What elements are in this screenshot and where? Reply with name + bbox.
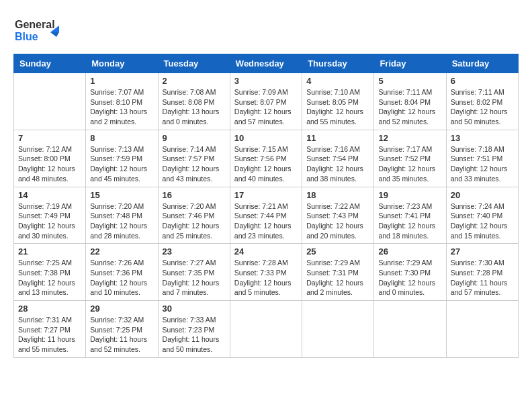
calendar-week-2: 7Sunrise: 7:12 AMSunset: 8:00 PMDaylight… xyxy=(14,130,519,187)
weekday-header-row: SundayMondayTuesdayWednesdayThursdayFrid… xyxy=(14,54,519,73)
calendar-cell: 2Sunrise: 7:08 AMSunset: 8:08 PMDaylight… xyxy=(158,73,230,130)
day-number: 29 xyxy=(90,304,153,314)
day-number: 12 xyxy=(378,133,441,143)
calendar-cell: 26Sunrise: 7:29 AMSunset: 7:30 PMDayligh… xyxy=(374,244,446,301)
weekday-header-wednesday: Wednesday xyxy=(230,54,302,73)
calendar-cell: 30Sunrise: 7:33 AMSunset: 7:23 PMDayligh… xyxy=(158,301,230,358)
calendar-table: SundayMondayTuesdayWednesdayThursdayFrid… xyxy=(13,54,519,358)
day-info: Sunrise: 7:31 AMSunset: 7:27 PMDaylight:… xyxy=(18,315,81,355)
day-info: Sunrise: 7:28 AMSunset: 7:33 PMDaylight:… xyxy=(234,258,298,298)
calendar-cell xyxy=(230,301,302,358)
calendar-cell: 27Sunrise: 7:30 AMSunset: 7:28 PMDayligh… xyxy=(446,244,518,301)
day-number: 20 xyxy=(451,190,514,200)
calendar-cell: 5Sunrise: 7:11 AMSunset: 8:04 PMDaylight… xyxy=(374,73,446,130)
day-number: 24 xyxy=(234,246,298,257)
day-info: Sunrise: 7:24 AMSunset: 7:40 PMDaylight:… xyxy=(451,201,514,241)
day-info: Sunrise: 7:11 AMSunset: 8:04 PMDaylight:… xyxy=(378,87,441,127)
calendar-cell: 11Sunrise: 7:16 AMSunset: 7:54 PMDayligh… xyxy=(302,130,374,187)
calendar-cell: 28Sunrise: 7:31 AMSunset: 7:27 PMDayligh… xyxy=(14,301,86,358)
day-number: 4 xyxy=(306,76,369,86)
day-number: 28 xyxy=(18,304,81,314)
calendar-cell: 6Sunrise: 7:11 AMSunset: 8:02 PMDaylight… xyxy=(446,73,518,130)
calendar-cell: 17Sunrise: 7:21 AMSunset: 7:44 PMDayligh… xyxy=(230,187,302,244)
day-number: 8 xyxy=(90,133,153,143)
day-number: 17 xyxy=(234,190,298,200)
calendar-cell: 29Sunrise: 7:32 AMSunset: 7:25 PMDayligh… xyxy=(86,301,158,358)
weekday-header-saturday: Saturday xyxy=(446,54,518,73)
day-info: Sunrise: 7:30 AMSunset: 7:28 PMDaylight:… xyxy=(451,258,514,298)
day-number: 10 xyxy=(234,133,298,143)
day-info: Sunrise: 7:15 AMSunset: 7:56 PMDaylight:… xyxy=(234,144,298,184)
day-info: Sunrise: 7:09 AMSunset: 8:07 PMDaylight:… xyxy=(234,87,298,127)
calendar-week-4: 21Sunrise: 7:25 AMSunset: 7:38 PMDayligh… xyxy=(14,244,519,301)
page-header: General Blue xyxy=(13,13,519,47)
calendar-cell: 25Sunrise: 7:29 AMSunset: 7:31 PMDayligh… xyxy=(302,244,374,301)
calendar-cell: 20Sunrise: 7:24 AMSunset: 7:40 PMDayligh… xyxy=(446,187,518,244)
day-number: 22 xyxy=(90,246,153,257)
calendar-week-1: 1Sunrise: 7:07 AMSunset: 8:10 PMDaylight… xyxy=(14,73,519,130)
calendar-cell xyxy=(302,301,374,358)
day-number: 7 xyxy=(18,133,81,143)
calendar-cell: 23Sunrise: 7:27 AMSunset: 7:35 PMDayligh… xyxy=(158,244,230,301)
calendar-cell: 15Sunrise: 7:20 AMSunset: 7:48 PMDayligh… xyxy=(86,187,158,244)
day-info: Sunrise: 7:16 AMSunset: 7:54 PMDaylight:… xyxy=(306,144,369,184)
day-info: Sunrise: 7:12 AMSunset: 8:00 PMDaylight:… xyxy=(18,144,81,184)
calendar-cell: 16Sunrise: 7:20 AMSunset: 7:46 PMDayligh… xyxy=(158,187,230,244)
calendar-cell: 8Sunrise: 7:13 AMSunset: 7:59 PMDaylight… xyxy=(86,130,158,187)
day-info: Sunrise: 7:08 AMSunset: 8:08 PMDaylight:… xyxy=(163,87,226,127)
calendar-week-3: 14Sunrise: 7:19 AMSunset: 7:49 PMDayligh… xyxy=(14,187,519,244)
calendar-cell xyxy=(374,301,446,358)
calendar-cell: 13Sunrise: 7:18 AMSunset: 7:51 PMDayligh… xyxy=(446,130,518,187)
day-info: Sunrise: 7:29 AMSunset: 7:30 PMDaylight:… xyxy=(378,258,441,298)
day-info: Sunrise: 7:13 AMSunset: 7:59 PMDaylight:… xyxy=(90,144,153,184)
day-info: Sunrise: 7:20 AMSunset: 7:46 PMDaylight:… xyxy=(163,201,226,241)
day-number: 19 xyxy=(378,190,441,200)
day-number: 23 xyxy=(163,246,226,257)
day-info: Sunrise: 7:27 AMSunset: 7:35 PMDaylight:… xyxy=(163,258,226,298)
day-number: 9 xyxy=(163,133,226,143)
svg-text:Blue: Blue xyxy=(15,31,38,42)
day-number: 11 xyxy=(306,133,369,143)
calendar-cell: 7Sunrise: 7:12 AMSunset: 8:00 PMDaylight… xyxy=(14,130,86,187)
day-number: 21 xyxy=(18,246,81,257)
day-info: Sunrise: 7:10 AMSunset: 8:05 PMDaylight:… xyxy=(306,87,369,127)
day-info: Sunrise: 7:29 AMSunset: 7:31 PMDaylight:… xyxy=(306,258,369,298)
calendar-cell: 12Sunrise: 7:17 AMSunset: 7:52 PMDayligh… xyxy=(374,130,446,187)
day-info: Sunrise: 7:26 AMSunset: 7:36 PMDaylight:… xyxy=(90,258,153,298)
day-info: Sunrise: 7:19 AMSunset: 7:49 PMDaylight:… xyxy=(18,201,81,241)
day-info: Sunrise: 7:20 AMSunset: 7:48 PMDaylight:… xyxy=(90,201,153,241)
day-number: 6 xyxy=(451,76,514,86)
logo: General Blue xyxy=(13,13,60,47)
day-info: Sunrise: 7:14 AMSunset: 7:57 PMDaylight:… xyxy=(163,144,226,184)
day-info: Sunrise: 7:25 AMSunset: 7:38 PMDaylight:… xyxy=(18,258,81,298)
day-number: 14 xyxy=(18,190,81,200)
calendar-cell: 21Sunrise: 7:25 AMSunset: 7:38 PMDayligh… xyxy=(14,244,86,301)
day-number: 26 xyxy=(378,246,441,257)
calendar-cell: 24Sunrise: 7:28 AMSunset: 7:33 PMDayligh… xyxy=(230,244,302,301)
day-info: Sunrise: 7:22 AMSunset: 7:43 PMDaylight:… xyxy=(306,201,369,241)
calendar-cell xyxy=(446,301,518,358)
day-number: 30 xyxy=(163,304,226,314)
calendar-cell: 3Sunrise: 7:09 AMSunset: 8:07 PMDaylight… xyxy=(230,73,302,130)
svg-text:General: General xyxy=(15,19,55,30)
day-number: 18 xyxy=(306,190,369,200)
day-number: 1 xyxy=(90,76,153,86)
day-info: Sunrise: 7:11 AMSunset: 8:02 PMDaylight:… xyxy=(451,87,514,127)
calendar-cell: 14Sunrise: 7:19 AMSunset: 7:49 PMDayligh… xyxy=(14,187,86,244)
calendar-cell: 1Sunrise: 7:07 AMSunset: 8:10 PMDaylight… xyxy=(86,73,158,130)
logo-icon: General Blue xyxy=(13,13,60,47)
svg-marker-3 xyxy=(50,32,59,37)
day-number: 15 xyxy=(90,190,153,200)
calendar-cell: 9Sunrise: 7:14 AMSunset: 7:57 PMDaylight… xyxy=(158,130,230,187)
calendar-cell: 22Sunrise: 7:26 AMSunset: 7:36 PMDayligh… xyxy=(86,244,158,301)
day-info: Sunrise: 7:33 AMSunset: 7:23 PMDaylight:… xyxy=(163,315,226,355)
weekday-header-tuesday: Tuesday xyxy=(158,54,230,73)
day-number: 27 xyxy=(451,246,514,257)
day-info: Sunrise: 7:07 AMSunset: 8:10 PMDaylight:… xyxy=(90,87,153,127)
calendar-cell: 18Sunrise: 7:22 AMSunset: 7:43 PMDayligh… xyxy=(302,187,374,244)
day-info: Sunrise: 7:32 AMSunset: 7:25 PMDaylight:… xyxy=(90,315,153,355)
day-number: 16 xyxy=(163,190,226,200)
weekday-header-friday: Friday xyxy=(374,54,446,73)
day-info: Sunrise: 7:17 AMSunset: 7:52 PMDaylight:… xyxy=(378,144,441,184)
calendar-cell: 4Sunrise: 7:10 AMSunset: 8:05 PMDaylight… xyxy=(302,73,374,130)
